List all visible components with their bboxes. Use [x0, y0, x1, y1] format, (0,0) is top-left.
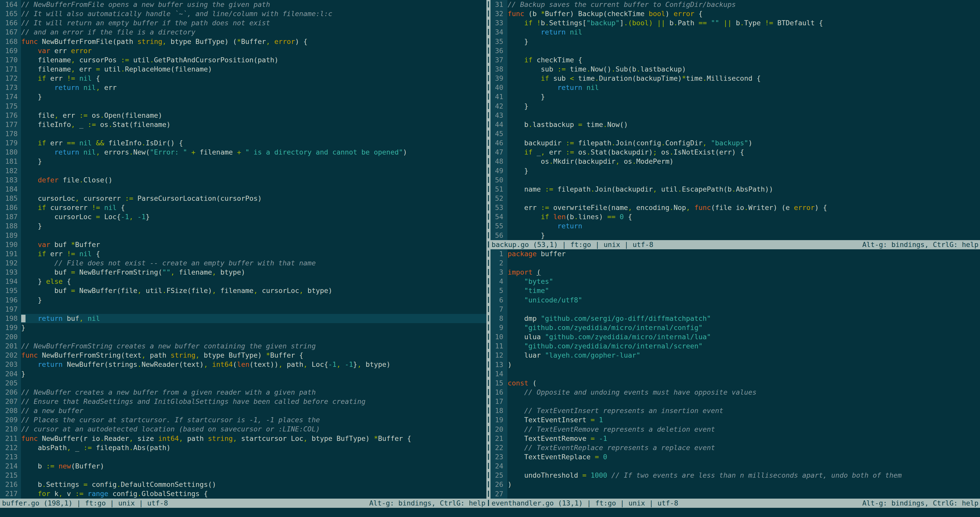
code-line[interactable]: 206// NewBuffer creates a new buffer fro…: [0, 388, 487, 397]
code-line[interactable]: 39 if sub < time.Duration(backupTime)*ti…: [490, 74, 980, 83]
code-line[interactable]: 31// Backup saves the current buffer to …: [490, 0, 980, 9]
code-line[interactable]: 207// Ensure that ReadSettings and InitG…: [0, 397, 487, 406]
code-line[interactable]: 19 TextEventInsert = 1: [490, 415, 980, 424]
code-line[interactable]: 193 buf = NewBufferFromString("", filena…: [0, 268, 487, 277]
code-line[interactable]: 27: [490, 490, 980, 499]
code-line[interactable]: 47 if _, err := os.Stat(backupdir); os.I…: [490, 148, 980, 157]
code-line[interactable]: 35 }: [490, 37, 980, 46]
code-line[interactable]: 40 return nil: [490, 83, 980, 92]
code-line[interactable]: 34 return nil: [490, 27, 980, 37]
code-line[interactable]: 50: [490, 176, 980, 185]
code-line[interactable]: 41 }: [490, 92, 980, 101]
code-line[interactable]: 198 return buf, nil: [0, 314, 487, 323]
code-line[interactable]: 26): [490, 480, 980, 489]
code-line[interactable]: 184: [0, 185, 487, 194]
code-line[interactable]: 11 "github.com/zyedidia/micro/internal/s…: [490, 341, 980, 351]
code-line[interactable]: 170 filename, cursorPos := util.GetPathA…: [0, 56, 487, 65]
code-line[interactable]: 13): [490, 360, 980, 369]
code-line[interactable]: 49 }: [490, 166, 980, 176]
code-line[interactable]: 15const (: [490, 378, 980, 388]
code-line[interactable]: 190 var buf *Buffer: [0, 240, 487, 249]
code-line[interactable]: 10 ulua "github.com/zyedidia/micro/inter…: [490, 332, 980, 341]
code-line[interactable]: 201// NewBufferFromString creates a new …: [0, 341, 487, 351]
code-line[interactable]: 188 }: [0, 222, 487, 231]
code-line[interactable]: 14: [490, 369, 980, 378]
code-line[interactable]: 22 // TextEventReplace represents a repl…: [490, 443, 980, 452]
code-line[interactable]: 168func NewBufferFromFile(path string, b…: [0, 37, 487, 46]
code-line[interactable]: 45: [490, 129, 980, 139]
code-line[interactable]: 53 err := overwriteFile(name, encoding.N…: [490, 203, 980, 212]
code-line[interactable]: 173 return nil, err: [0, 83, 487, 92]
code-line[interactable]: 215: [0, 471, 487, 480]
code-line[interactable]: 36: [490, 46, 980, 56]
code-line[interactable]: 211func NewBuffer(r io.Reader, size int6…: [0, 434, 487, 443]
code-line[interactable]: 172 if err != nil {: [0, 74, 487, 83]
code-line[interactable]: 210// cursor at an autodetected location…: [0, 424, 487, 434]
code-line[interactable]: 54 if len(b.lines) == 0 {: [490, 212, 980, 222]
code-line[interactable]: 191 if err != nil {: [0, 249, 487, 258]
code-line[interactable]: 5 "time": [490, 286, 980, 295]
code-line[interactable]: 8 dmp "github.com/sergi/go-diff/diffmatc…: [490, 314, 980, 323]
code-line[interactable]: 6 "unicode/utf8": [490, 295, 980, 305]
code-line[interactable]: 33 if !b.Settings["backup"].(bool) || b.…: [490, 18, 980, 27]
code-line[interactable]: 194 } else {: [0, 277, 487, 286]
code-line[interactable]: 18 // TextEventInsert represents an inse…: [490, 406, 980, 415]
code-line[interactable]: 4 "bytes": [490, 277, 980, 286]
code-line[interactable]: 192 // File does not exist -- create an …: [0, 258, 487, 268]
pane-eventhandler-go[interactable]: 1package buffer23import (4 "bytes"5 "tim…: [490, 249, 980, 499]
pane-buffer-go[interactable]: 164// NewBufferFromFile opens a new buff…: [0, 0, 487, 499]
code-line[interactable]: 204}: [0, 369, 487, 378]
code-line[interactable]: 165// It will also automatically handle …: [0, 9, 487, 18]
code-line[interactable]: 55 return: [490, 222, 980, 231]
code-line[interactable]: 43: [490, 111, 980, 120]
code-line[interactable]: 171 filename, err = util.ReplaceHome(fil…: [0, 65, 487, 74]
pane-backup-go[interactable]: 31// Backup saves the current buffer to …: [490, 0, 980, 240]
code-line[interactable]: 24: [490, 461, 980, 471]
code-line[interactable]: 205: [0, 378, 487, 388]
code-line[interactable]: 185 cursorLoc, cursorerr := ParseCursorL…: [0, 194, 487, 203]
code-line[interactable]: 2: [490, 258, 980, 268]
code-line[interactable]: 20 // TextEventRemove represents a delet…: [490, 425, 980, 434]
code-line[interactable]: 17: [490, 397, 980, 406]
code-line[interactable]: 213: [0, 452, 487, 461]
code-line[interactable]: 181 }: [0, 157, 487, 166]
code-line[interactable]: 216 b.Settings = config.DefaultCommonSet…: [0, 480, 487, 489]
code-line[interactable]: 16 // Opposite and undoing events must h…: [490, 388, 980, 397]
code-line[interactable]: 180 return nil, errors.New("Error: " + f…: [0, 148, 487, 157]
code-line[interactable]: 187 cursorLoc = Loc{-1, -1}: [0, 212, 487, 222]
code-line[interactable]: 164// NewBufferFromFile opens a new buff…: [0, 0, 487, 9]
code-line[interactable]: 183 defer file.Close(): [0, 176, 487, 185]
code-line[interactable]: 1package buffer: [490, 249, 980, 258]
code-line[interactable]: 3import (: [490, 268, 980, 277]
code-line[interactable]: 197: [0, 305, 487, 314]
code-line[interactable]: 9 "github.com/zyedidia/micro/internal/co…: [490, 323, 980, 332]
code-line[interactable]: 209// Places the cursor at startcursor. …: [0, 415, 487, 424]
code-line[interactable]: 46 backupdir := filepath.Join(config.Con…: [490, 139, 980, 148]
code-line[interactable]: 176 file, err := os.Open(filename): [0, 111, 487, 120]
code-line[interactable]: 212 absPath, _ := filepath.Abs(path): [0, 443, 487, 452]
code-line[interactable]: 174 }: [0, 92, 487, 101]
code-line[interactable]: 214 b := new(Buffer): [0, 461, 487, 471]
code-line[interactable]: 203 return NewBuffer(strings.NewReader(t…: [0, 360, 487, 369]
code-line[interactable]: 202func NewBufferFromString(text, path s…: [0, 351, 487, 360]
code-line[interactable]: 186 if cursorerr != nil {: [0, 203, 487, 212]
code-line[interactable]: 38 sub := time.Now().Sub(b.lastbackup): [490, 65, 980, 74]
code-line[interactable]: 179 if err == nil && fileInfo.IsDir() {: [0, 139, 487, 148]
code-line[interactable]: 42 }: [490, 102, 980, 111]
code-line[interactable]: 177 fileInfo, _ := os.Stat(filename): [0, 120, 487, 129]
code-line[interactable]: 44 b.lastbackup = time.Now(): [490, 120, 980, 129]
code-line[interactable]: 189: [0, 231, 487, 240]
code-line[interactable]: 178: [0, 129, 487, 139]
code-line[interactable]: 12 luar "layeh.com/gopher-luar": [490, 351, 980, 360]
code-line[interactable]: 196 }: [0, 295, 487, 305]
code-line[interactable]: 7: [490, 305, 980, 314]
code-line[interactable]: 37 if checkTime {: [490, 56, 980, 65]
code-line[interactable]: 32func (b *Buffer) Backup(checkTime bool…: [490, 9, 980, 18]
code-line[interactable]: 51 name := filepath.Join(backupdir, util…: [490, 185, 980, 194]
code-line[interactable]: 200: [0, 332, 487, 341]
code-line[interactable]: 167// and an error if the file is a dire…: [0, 27, 487, 37]
code-line[interactable]: 56 }: [490, 231, 980, 240]
code-line[interactable]: 25 undoThreshold = 1000 // If two events…: [490, 471, 980, 480]
code-line[interactable]: 217 for k, v := range config.GlobalSetti…: [0, 489, 487, 498]
code-line[interactable]: 52: [490, 194, 980, 203]
